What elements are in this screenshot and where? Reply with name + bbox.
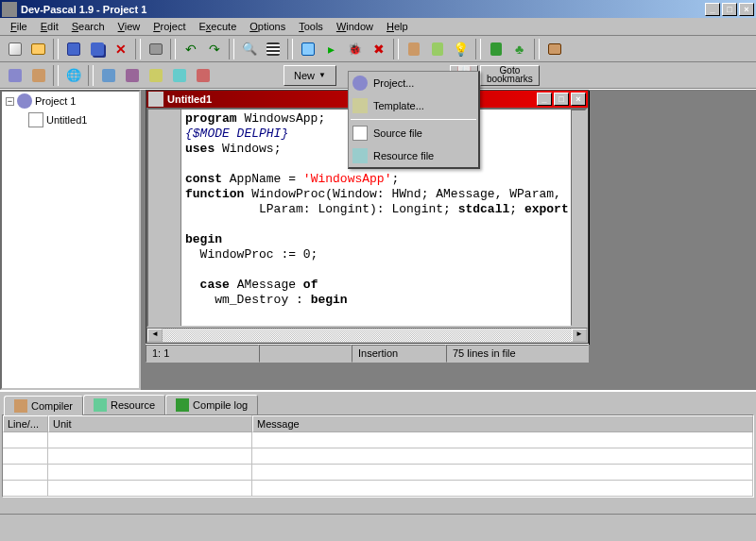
bottom-content: Line/... Unit Message	[2, 414, 754, 498]
source-icon	[352, 126, 368, 141]
editor-doc-icon	[148, 92, 163, 107]
editor-close-button[interactable]: ×	[571, 93, 586, 106]
popup-template[interactable]: Template...	[349, 94, 478, 117]
maximize-button[interactable]: □	[722, 3, 737, 16]
popup-resource-file[interactable]: Resource file	[349, 144, 478, 167]
grid-header: Line/... Unit Message	[3, 415, 753, 432]
resource-tab-icon	[94, 398, 107, 412]
table-row[interactable]	[3, 432, 753, 448]
tree-root[interactable]: − Project 1	[2, 92, 139, 110]
menu-window[interactable]: Window	[330, 19, 380, 34]
new-popup-menu: Project... Template... Source file Resou…	[348, 71, 480, 169]
bottom-panel: Compiler Resource Compile log Line/... U…	[0, 390, 756, 514]
menu-view[interactable]: View	[112, 19, 147, 34]
project-icon	[17, 93, 32, 109]
menu-project[interactable]: Project	[146, 19, 192, 34]
status-modified	[259, 345, 352, 363]
table-row[interactable]	[3, 481, 753, 497]
table-row[interactable]	[3, 448, 753, 465]
popup-source-file[interactable]: Source file	[349, 122, 478, 144]
tb2-icon5[interactable]	[121, 65, 143, 86]
editor-gutter	[148, 110, 181, 326]
hscroll-left[interactable]: ◄	[147, 329, 163, 342]
tb-replace-icon[interactable]	[262, 39, 284, 59]
editor-vscroll[interactable]	[571, 110, 586, 326]
header-line[interactable]: Line/...	[3, 415, 48, 432]
toolbar-1: ✕ ↶ ↷ 🔍 ▸ 🐞 ✖ 💡 ♣	[0, 36, 756, 62]
tab-compiler[interactable]: Compiler	[4, 396, 83, 415]
tb-help-icon[interactable]: 💡	[450, 39, 472, 59]
menu-edit[interactable]: Edit	[34, 19, 65, 34]
tb2-icon7[interactable]	[168, 65, 190, 86]
app-statusbar	[0, 514, 756, 533]
popup-project[interactable]: Project...	[349, 72, 478, 94]
expand-icon[interactable]: −	[6, 97, 14, 106]
tb-find-icon[interactable]: 🔍	[238, 39, 260, 59]
tab-resource[interactable]: Resource	[83, 395, 165, 414]
template-icon	[352, 98, 368, 113]
tb-exit-icon[interactable]	[543, 39, 565, 59]
tb-tool1-icon[interactable]	[403, 39, 424, 59]
tb-tool2-icon[interactable]	[426, 39, 448, 59]
tb-close-icon[interactable]: ✕	[110, 39, 131, 59]
tb-about-icon[interactable]: ♣	[508, 39, 530, 59]
tb2-icon4[interactable]	[97, 65, 119, 86]
tb2-icon6[interactable]	[145, 65, 166, 86]
new-button[interactable]: New ▼	[284, 65, 336, 86]
editor-maximize-button[interactable]: □	[554, 93, 569, 106]
goto-bookmarks-button[interactable]: Gotobookmarks	[480, 65, 540, 86]
tab-compile-log[interactable]: Compile log	[165, 395, 258, 414]
tb2-icon8[interactable]	[192, 65, 214, 86]
header-message[interactable]: Message	[252, 415, 753, 432]
hscroll-right[interactable]: ►	[572, 329, 587, 342]
app-icon	[2, 2, 17, 17]
minimize-button[interactable]: _	[705, 3, 720, 16]
close-button[interactable]: ×	[739, 3, 754, 16]
grid-body[interactable]	[3, 432, 753, 497]
status-lines: 75 lines in file	[446, 345, 589, 363]
header-unit[interactable]: Unit	[48, 415, 252, 432]
tb-new-icon[interactable]	[4, 39, 26, 59]
tb-print-icon[interactable]	[145, 39, 166, 59]
tb-save-icon[interactable]	[62, 39, 84, 59]
popup-separator	[351, 119, 476, 120]
menu-help[interactable]: Help	[380, 19, 415, 34]
tb-debug-icon[interactable]: 🐞	[344, 39, 366, 59]
menu-tools[interactable]: Tools	[292, 19, 330, 34]
bottom-tabs: Compiler Resource Compile log	[0, 392, 756, 414]
tb-book-icon[interactable]	[485, 39, 507, 59]
file-icon	[28, 112, 43, 127]
editor-minimize-button[interactable]: _	[537, 93, 552, 106]
project-tree[interactable]: − Project 1 Untitled1	[0, 90, 141, 390]
hscroll-track[interactable]	[163, 329, 572, 342]
resource-icon	[352, 148, 368, 163]
tb-run-icon[interactable]: ▸	[320, 39, 342, 59]
tb-redo-icon[interactable]: ↷	[203, 39, 225, 59]
tb2-icon2[interactable]	[27, 65, 49, 86]
tree-file[interactable]: Untitled1	[2, 110, 139, 129]
tb-open-icon[interactable]	[27, 39, 49, 59]
tb2-globe-icon[interactable]: 🌐	[62, 65, 84, 86]
compiler-icon	[14, 399, 27, 413]
tb-undo-icon[interactable]: ↶	[180, 39, 201, 59]
log-icon	[176, 398, 189, 412]
menu-search[interactable]: Search	[65, 19, 112, 34]
menu-file[interactable]: File	[4, 19, 34, 34]
tb-saveall-icon[interactable]	[86, 39, 108, 59]
tb-stop-icon[interactable]: ✖	[368, 39, 389, 59]
tb2-icon1[interactable]	[4, 65, 26, 86]
project-icon	[352, 76, 368, 91]
status-mode: Insertion	[352, 345, 446, 363]
status-position: 1: 1	[146, 345, 259, 363]
table-row[interactable]	[3, 465, 753, 481]
window-titlebar: Dev-Pascal 1.9 - Project 1 _ □ ×	[0, 0, 756, 18]
tree-file-label: Untitled1	[46, 114, 87, 126]
tb-compile-icon[interactable]	[297, 39, 318, 59]
menu-execute[interactable]: Execute	[193, 19, 244, 34]
menu-options[interactable]: Options	[243, 19, 292, 34]
editor-hscroll[interactable]: ◄ ►	[146, 328, 588, 343]
menubar: File Edit Search View Project Execute Op…	[0, 18, 756, 36]
tree-root-label: Project 1	[35, 95, 76, 107]
editor-statusbar: 1: 1 Insertion 75 lines in file	[146, 344, 589, 363]
window-title: Dev-Pascal 1.9 - Project 1	[21, 4, 705, 15]
